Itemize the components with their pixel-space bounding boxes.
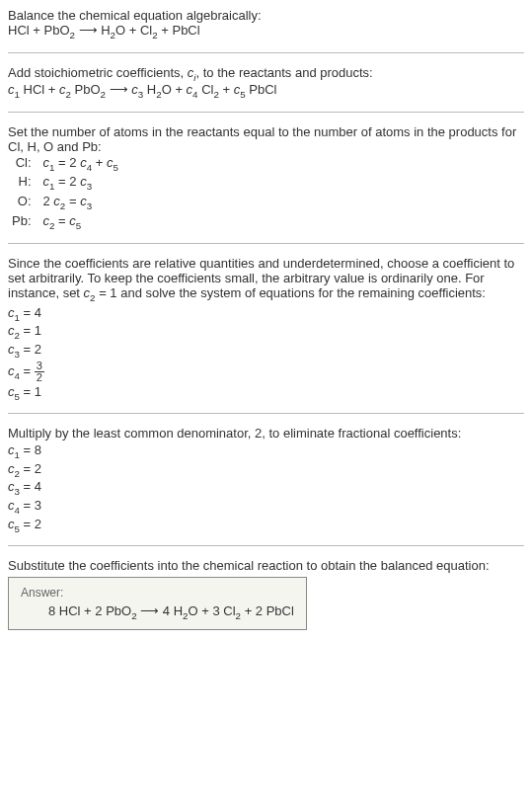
coef-item: c1 = 4 xyxy=(8,305,524,323)
coef-item: c5 = 2 xyxy=(8,517,524,534)
coef-item: c2 = 1 xyxy=(8,323,524,341)
atom-eq: c2 = c5 xyxy=(39,212,122,232)
divider xyxy=(8,243,524,244)
coef-item: c4 = 32 xyxy=(8,361,524,383)
step3-section: Since the coefficients are relative quan… xyxy=(8,256,524,401)
intro-text: Balance the chemical equation algebraica… xyxy=(8,8,524,23)
coefficients-list-1: c1 = 4 c2 = 1 c3 = 2 c4 = 32 c5 = 1 xyxy=(8,305,524,401)
atom-label: Cl: xyxy=(8,154,39,174)
intro-section: Balance the chemical equation algebraica… xyxy=(8,8,524,40)
answer-label: Answer: xyxy=(21,586,294,600)
step1-section: Add stoichiometric coefficients, ci, to … xyxy=(8,65,524,100)
answer-box: Answer: 8 HCl + 2 PbO2 ⟶ 4 H2O + 3 Cl2 +… xyxy=(8,577,307,630)
divider xyxy=(8,413,524,414)
table-row: O: 2 c2 = c3 xyxy=(8,193,122,212)
atom-eq: 2 c2 = c3 xyxy=(39,193,122,212)
atom-label: H: xyxy=(8,173,39,193)
step5-section: Substitute the coefficients into the che… xyxy=(8,558,524,630)
divider xyxy=(8,545,524,546)
coef-item: c2 = 2 xyxy=(8,461,524,479)
step4-section: Multiply by the least common denominator… xyxy=(8,426,524,533)
step3-text: Since the coefficients are relative quan… xyxy=(8,256,524,303)
coefficients-list-2: c1 = 8 c2 = 2 c3 = 4 c4 = 3 c5 = 2 xyxy=(8,442,524,533)
coef-item: c5 = 1 xyxy=(8,384,524,402)
atom-eq: c1 = 2 c4 + c5 xyxy=(39,154,122,174)
atom-equations-table: Cl: c1 = 2 c4 + c5 H: c1 = 2 c3 O: 2 c2 … xyxy=(8,154,122,231)
atom-label: Pb: xyxy=(8,212,39,232)
coef-item: c3 = 2 xyxy=(8,342,524,360)
divider xyxy=(8,112,524,113)
coef-item: c3 = 4 xyxy=(8,479,524,497)
table-row: H: c1 = 2 c3 xyxy=(8,173,122,193)
coef-item: c4 = 3 xyxy=(8,498,524,516)
step1-equation: c1 HCl + c2 PbO2 ⟶ c3 H2O + c4 Cl2 + c5 … xyxy=(8,82,524,100)
answer-equation: 8 HCl + 2 PbO2 ⟶ 4 H2O + 3 Cl2 + 2 PbCl xyxy=(21,603,294,621)
step2-text: Set the number of atoms in the reactants… xyxy=(8,124,524,154)
step1-text: Add stoichiometric coefficients, ci, to … xyxy=(8,65,524,83)
atom-label: O: xyxy=(8,193,39,212)
intro-equation: HCl + PbO2 ⟶ H2O + Cl2 + PbCl xyxy=(8,23,524,40)
table-row: Pb: c2 = c5 xyxy=(8,212,122,232)
step4-text: Multiply by the least common denominator… xyxy=(8,426,524,441)
divider xyxy=(8,52,524,53)
coef-item: c1 = 8 xyxy=(8,442,524,460)
step5-text: Substitute the coefficients into the che… xyxy=(8,558,524,573)
atom-eq: c1 = 2 c3 xyxy=(39,173,122,193)
table-row: Cl: c1 = 2 c4 + c5 xyxy=(8,154,122,174)
step2-section: Set the number of atoms in the reactants… xyxy=(8,124,524,231)
